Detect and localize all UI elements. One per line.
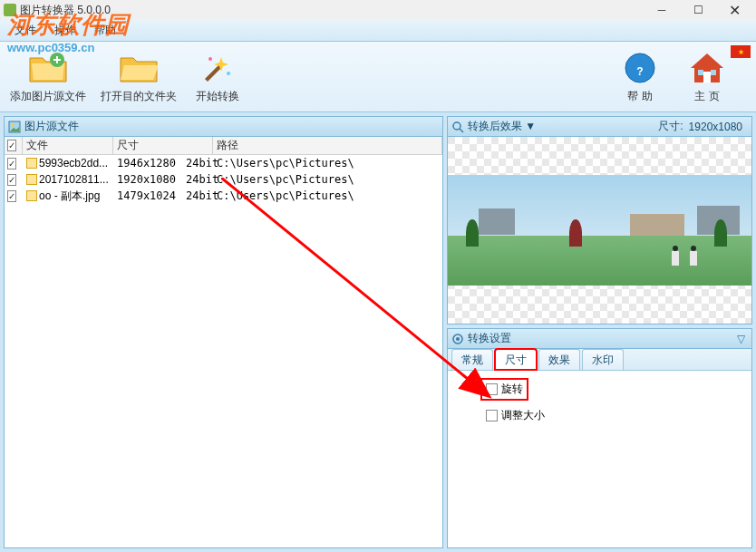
right-panel: 转换后效果 ▼ 尺寸: 1920x1080	[447, 116, 752, 548]
table-row[interactable]: 5993ecb2dd... 1946x1280 24bit C:\Users\p…	[5, 155, 442, 171]
rotate-checkbox[interactable]	[486, 383, 498, 395]
settings-body: 旋转 调整大小	[448, 371, 751, 547]
rotate-label: 旋转	[501, 382, 523, 397]
magic-wand-icon	[197, 49, 238, 87]
tab-effect[interactable]: 效果	[538, 349, 580, 370]
svg-point-9	[12, 123, 15, 126]
svg-rect-7	[711, 70, 716, 75]
row-checkbox[interactable]	[7, 158, 16, 169]
folder-open-icon	[118, 49, 160, 87]
collapse-icon[interactable]: ▽	[733, 333, 748, 345]
table-body: 5993ecb2dd... 1946x1280 24bit C:\Users\p…	[5, 155, 442, 204]
menu-operation[interactable]: 操作	[45, 21, 85, 40]
resize-label: 调整大小	[501, 408, 545, 423]
settings-header: 转换设置 ▽	[448, 329, 751, 349]
source-files-header: 图片源文件	[5, 117, 442, 137]
tab-general[interactable]: 常规	[451, 349, 493, 370]
header-path[interactable]: 路径	[213, 137, 442, 154]
svg-rect-5	[703, 72, 711, 82]
preview-size-value: 1920x1080	[689, 121, 742, 133]
settings-panel: 转换设置 ▽ 常规 尺寸 效果 水印 旋转 调整大小	[447, 328, 752, 548]
magnifier-icon	[451, 121, 464, 133]
tab-watermark[interactable]: 水印	[582, 349, 624, 370]
convert-button[interactable]: 开始转换	[190, 49, 245, 104]
source-files-title: 图片源文件	[24, 119, 439, 134]
preview-canvas	[448, 137, 751, 324]
preview-image	[448, 175, 751, 286]
table-row[interactable]: 2017102811... 1920x1080 24bit C:\Users\p…	[5, 171, 442, 188]
preview-title: 转换后效果 ▼	[468, 119, 658, 134]
svg-rect-6	[698, 70, 703, 75]
source-files-panel: 图片源文件 文件 尺寸 路径 5993ecb2dd... 1946x1280 2…	[4, 116, 443, 548]
table-header: 文件 尺寸 路径	[5, 137, 442, 155]
add-source-label: 添加图片源文件	[10, 89, 86, 104]
svg-point-2	[227, 72, 230, 75]
resize-option[interactable]: 调整大小	[482, 406, 739, 425]
svg-point-10	[453, 122, 460, 130]
svg-line-11	[460, 129, 463, 132]
toolbar: 添加图片源文件 打开目的文件夹 开始转换 ? 帮 助 主 页 ★	[0, 42, 756, 112]
row-checkbox[interactable]	[7, 174, 16, 186]
svg-text:?: ?	[636, 65, 643, 78]
preview-header: 转换后效果 ▼ 尺寸: 1920x1080	[448, 117, 751, 137]
header-check[interactable]	[5, 137, 23, 154]
rotate-option[interactable]: 旋转	[482, 380, 527, 399]
header-file[interactable]: 文件	[23, 137, 113, 154]
maximize-button[interactable]: ☐	[680, 0, 716, 20]
select-all-checkbox[interactable]	[7, 140, 16, 151]
file-icon	[26, 158, 37, 169]
home-icon	[686, 49, 728, 87]
help-label: 帮 助	[627, 89, 652, 104]
preview-panel: 转换后效果 ▼ 尺寸: 1920x1080	[447, 116, 752, 324]
menubar: 文件 操作 帮助	[0, 20, 756, 42]
help-button[interactable]: ? 帮 助	[613, 49, 667, 104]
tab-size[interactable]: 尺寸	[495, 349, 537, 370]
convert-label: 开始转换	[196, 89, 239, 104]
home-button[interactable]: 主 页	[680, 49, 734, 104]
minimize-button[interactable]: ─	[644, 0, 680, 20]
window-title: 图片转换器 5.0.0.0	[20, 3, 644, 18]
open-dest-label: 打开目的文件夹	[101, 89, 177, 104]
menu-help[interactable]: 帮助	[85, 21, 125, 40]
flag-icon[interactable]: ★	[731, 45, 751, 58]
preview-size-label: 尺寸:	[658, 119, 683, 134]
app-icon	[4, 4, 16, 16]
gear-icon	[451, 333, 464, 345]
row-checkbox[interactable]	[7, 190, 16, 202]
open-dest-button[interactable]: 打开目的文件夹	[100, 49, 178, 104]
preview-dropdown[interactable]: ▼	[525, 120, 536, 132]
file-icon	[26, 190, 37, 201]
settings-title: 转换设置	[468, 331, 733, 346]
image-icon	[8, 121, 21, 133]
svg-point-1	[208, 57, 212, 61]
home-label: 主 页	[694, 89, 719, 104]
close-button[interactable]: ✕	[716, 0, 752, 20]
main-area: 图片源文件 文件 尺寸 路径 5993ecb2dd... 1946x1280 2…	[0, 112, 756, 552]
help-icon: ?	[619, 49, 661, 87]
folder-plus-icon	[27, 49, 69, 87]
file-icon	[26, 174, 37, 185]
menu-file[interactable]: 文件	[5, 21, 45, 40]
resize-checkbox[interactable]	[486, 410, 498, 421]
file-table: 文件 尺寸 路径 5993ecb2dd... 1946x1280 24bit C…	[5, 137, 442, 547]
settings-tabs: 常规 尺寸 效果 水印	[448, 349, 751, 371]
titlebar: 图片转换器 5.0.0.0 ─ ☐ ✕	[0, 0, 756, 20]
svg-point-13	[456, 337, 460, 341]
table-row[interactable]: oo - 副本.jpg 1479x1024 24bit C:\Users\pc\…	[5, 188, 442, 204]
header-size[interactable]: 尺寸	[113, 137, 213, 154]
add-source-button[interactable]: 添加图片源文件	[9, 49, 87, 104]
